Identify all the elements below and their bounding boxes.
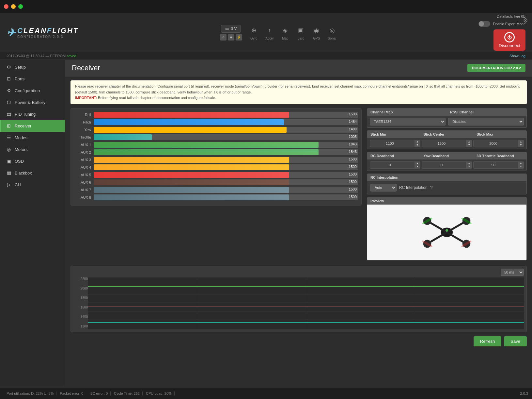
stick-min-input[interactable]	[370, 140, 415, 147]
nav-sonar[interactable]: ◎ Sonar	[327, 25, 337, 40]
saved-bar: 2017-05-03 @ 11:30:47 — EEPROM saved Sho…	[0, 52, 532, 60]
alert-icon-3: ⚡	[236, 34, 242, 41]
gps-icon: ◉	[311, 25, 322, 36]
chart-line-teal	[88, 322, 524, 323]
statusbar: Port utilization: D: 22% U: 3% Packet er…	[0, 387, 532, 399]
sidebar-item-receiver[interactable]: ⊞ Receiver	[0, 120, 65, 132]
yaw-deadband-down[interactable]: ▼	[466, 165, 472, 168]
channel-pitch-bar	[94, 119, 284, 125]
nav-mag[interactable]: ◈ Mag	[280, 25, 290, 40]
sidebar-item-configuration[interactable]: ⚙ Configuration	[0, 85, 65, 96]
expert-mode-toggle[interactable]	[478, 21, 490, 27]
channel-aux4-value: 1500	[349, 165, 357, 169]
disconnect-button[interactable]: ⏻ Disconnect	[493, 29, 525, 51]
channel-roll-row: Roll 1500	[74, 112, 358, 118]
channel-map-section: Channel Map RSSI Channel TAER1234 Disabl…	[367, 108, 527, 128]
deadband-section: RC Deadband Yaw Deadband 3D Throttle Dea…	[367, 152, 527, 171]
chart-container: 50 ms 100 ms 200 ms 2200 2000 1800 1600 …	[70, 266, 527, 332]
important-text: Before flying read failsafe chapter of d…	[98, 96, 216, 100]
stick-max-input[interactable]	[474, 140, 518, 147]
channel-aux8-bar-wrap: 1500	[94, 194, 358, 200]
save-button[interactable]: Save	[504, 336, 527, 346]
dataflash-text: Dataflash: free 0B	[497, 14, 525, 18]
nav-accel[interactable]: ↑ Accel	[264, 25, 275, 40]
channels-panel: Roll 1500 Pitch 1484	[70, 108, 362, 263]
footer-buttons: Refresh Save	[65, 334, 532, 349]
rssi-channel-select[interactable]: Disabled AUX1 AUX2	[448, 118, 524, 125]
stick-max-up[interactable]: ▲	[518, 140, 524, 143]
sidebar-item-ports[interactable]: ⊡ Ports	[0, 73, 65, 85]
sidebar-item-power-battery[interactable]: ⬡ Power & Battery	[0, 96, 65, 108]
channel-aux2-label: AUX 2	[74, 150, 94, 154]
channel-aux8-value: 1500	[349, 195, 357, 199]
blackbox-icon: ▦	[6, 170, 11, 175]
channel-roll-value: 1500	[349, 112, 357, 116]
show-log-button[interactable]: Show Log	[509, 54, 525, 58]
rc-deadband-input[interactable]	[370, 162, 415, 168]
chart-area-container: 2200 2000 1800 1600 1400 1200	[73, 277, 524, 329]
sidebar-item-motors[interactable]: ◎ Motors	[0, 143, 65, 155]
throttle-deadband-input[interactable]	[474, 162, 518, 168]
sidebar-label-setup: Setup	[15, 65, 26, 70]
preview-header: Preview	[367, 197, 526, 205]
channel-aux4-label: AUX 4	[74, 165, 94, 169]
saved-text: saved	[67, 54, 76, 58]
sidebar-item-pid-tuning[interactable]: ▤ PID Tuning	[0, 108, 65, 120]
channel-map-select[interactable]: TAER1234	[370, 118, 446, 125]
sidebar-item-osd[interactable]: ▣ OSD	[0, 155, 65, 167]
sidebar-item-cli[interactable]: ▷ CLI	[0, 179, 65, 191]
throttle-deadband-up[interactable]: ▲	[518, 162, 524, 165]
channel-aux5-bar	[94, 172, 289, 178]
channel-pitch-bar-wrap: 1484	[94, 119, 358, 125]
minimize-button[interactable]	[11, 4, 16, 9]
channel-aux8-bar	[94, 194, 289, 200]
accel-label: Accel	[266, 37, 274, 40]
channel-aux7-bar-wrap: 1500	[94, 187, 358, 193]
stick-center-down[interactable]: ▼	[466, 143, 472, 147]
rc-deadband-down[interactable]: ▼	[415, 165, 420, 168]
yaw-deadband-input[interactable]	[422, 162, 466, 168]
baro-label: Baro	[297, 37, 304, 40]
stick-max-down[interactable]: ▼	[518, 143, 524, 147]
sidebar-label-cli: CLI	[15, 182, 21, 187]
throttle-deadband-down[interactable]: ▼	[518, 165, 524, 168]
settings-icon[interactable]: ⚙	[523, 17, 528, 24]
nav-gyro[interactable]: ⊕ Gyro	[249, 25, 259, 40]
maximize-button[interactable]	[18, 4, 23, 9]
rc-interpolation-label: RC Interpolation	[399, 185, 428, 190]
yaw-deadband-header: Yaw Deadband	[420, 152, 474, 159]
stick-max-header: Stick Max	[473, 131, 526, 138]
page-title: Receiver	[72, 64, 100, 72]
channel-roll-bar	[94, 112, 289, 118]
sidebar-item-setup[interactable]: ⚙ Setup	[0, 61, 65, 73]
stick-center-header: Stick Center	[420, 131, 474, 138]
stick-center-input[interactable]	[422, 140, 466, 147]
chart-y-2000: 2000	[73, 287, 88, 290]
sidebar-label-ports: Ports	[15, 76, 24, 81]
close-button[interactable]	[4, 4, 8, 9]
rc-help-icon[interactable]: ?	[430, 185, 433, 190]
logo-sub: CONFIGURATOR 2.0.3	[17, 35, 79, 39]
packet-error-text: Packet error: 0	[57, 391, 86, 395]
yaw-deadband-up[interactable]: ▲	[466, 162, 472, 165]
sidebar-label-pid-tuning: PID Tuning	[15, 112, 36, 117]
chart-time-select[interactable]: 50 ms 100 ms 200 ms	[501, 269, 524, 276]
refresh-button[interactable]: Refresh	[474, 336, 502, 346]
rc-interpolation-mode-select[interactable]: Auto None Preset Manual	[370, 184, 397, 191]
documentation-button[interactable]: DOCUMENTATION FOR 2.0.2	[467, 64, 525, 72]
sidebar-item-modes[interactable]: ☰ Modes	[0, 132, 65, 143]
channel-throttle-bar-wrap: 1005	[94, 134, 358, 140]
channel-aux1-row: AUX 1 1843	[74, 142, 358, 148]
rc-deadband-up[interactable]: ▲	[415, 162, 420, 165]
motors-icon: ◎	[6, 147, 11, 152]
nav-baro[interactable]: ▣ Baro	[296, 25, 306, 40]
stick-min-down[interactable]: ▼	[415, 143, 420, 147]
channel-map-header: Channel Map	[367, 108, 447, 116]
sidebar-item-blackbox[interactable]: ▦ Blackbox	[0, 167, 65, 179]
stick-min-up[interactable]: ▲	[415, 140, 420, 143]
stick-center-up[interactable]: ▲	[466, 140, 472, 143]
mag-icon: ◈	[280, 25, 290, 36]
channel-aux1-bar-wrap: 1843	[94, 142, 358, 148]
nav-gps[interactable]: ◉ GPS	[311, 25, 322, 40]
channel-aux1-value: 1843	[349, 142, 357, 146]
